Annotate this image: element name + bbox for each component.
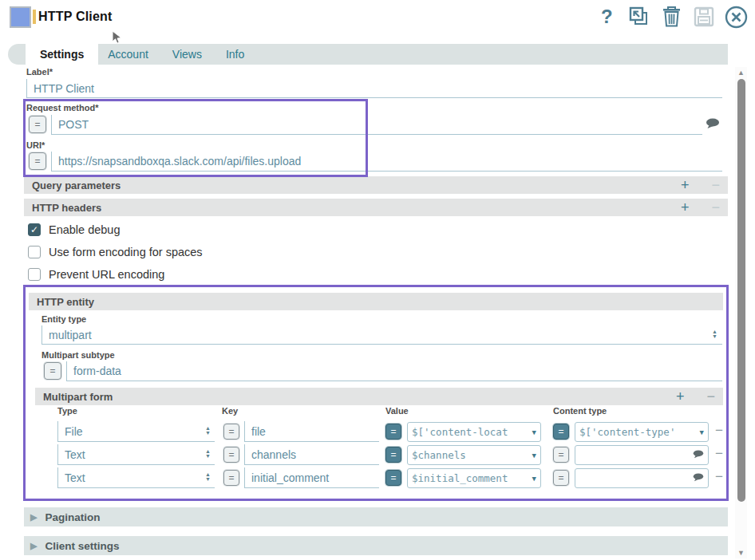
scrollbar-down-icon[interactable]: ▼ bbox=[735, 549, 747, 557]
multipart-subtype-expression-toggle[interactable]: = bbox=[44, 362, 61, 380]
section-query-parameters[interactable]: Query parameters + − bbox=[24, 176, 728, 194]
comment-bubble-icon[interactable] bbox=[706, 118, 720, 132]
entity-type-select[interactable]: multipart ▲▼ bbox=[42, 325, 722, 345]
client-settings-expand-icon[interactable]: ▶ bbox=[30, 541, 37, 551]
close-icon[interactable] bbox=[725, 6, 748, 32]
row3-remove-button[interactable]: − bbox=[715, 471, 723, 483]
checkbox-unchecked-icon[interactable] bbox=[28, 246, 41, 258]
add-multipart-row-button[interactable]: + bbox=[676, 388, 685, 405]
scrollbar[interactable]: ▲ ▼ bbox=[735, 67, 747, 558]
multipart-subtype-input[interactable]: form-data bbox=[66, 361, 722, 381]
row2-key-input[interactable]: channels bbox=[244, 444, 379, 465]
row1-value-input[interactable]: $['content-locat ▼ bbox=[407, 422, 541, 442]
section-multipart-form[interactable]: Multipart form + − bbox=[35, 388, 723, 405]
row3-content-type-input[interactable] bbox=[575, 468, 709, 488]
tab-settings[interactable]: Settings bbox=[26, 44, 98, 65]
checkbox-unchecked-icon[interactable] bbox=[28, 268, 41, 281]
entity-type-value: multipart bbox=[49, 329, 92, 341]
label-input[interactable]: HTTP Client bbox=[26, 79, 722, 98]
snap-icon bbox=[10, 6, 31, 28]
section-client-settings-title: Client settings bbox=[45, 540, 119, 552]
section-query-parameters-title: Query parameters bbox=[32, 179, 121, 191]
row1-content-type-input[interactable]: $['content-type' ▼ bbox=[575, 422, 709, 442]
request-method-label: Request method* bbox=[26, 103, 98, 112]
row2-value-input[interactable]: $channels ▼ bbox=[407, 445, 541, 465]
snap-icon-connector bbox=[33, 10, 36, 24]
uri-input[interactable]: https://snapsandboxqa.slack.com/api/file… bbox=[51, 152, 722, 172]
mouse-cursor bbox=[112, 30, 123, 48]
tab-account[interactable]: Account bbox=[108, 48, 148, 61]
row2-type-select[interactable]: Text ▲▼ bbox=[57, 444, 215, 465]
row1-remove-button[interactable]: − bbox=[715, 424, 723, 437]
checkbox-form-encoding-label: Use form encoding for spaces bbox=[49, 246, 203, 258]
entity-type-label: Entity type bbox=[42, 314, 86, 324]
request-method-expression-toggle[interactable]: = bbox=[29, 116, 46, 133]
row3-value-expression-toggle[interactable]: = bbox=[385, 470, 401, 486]
section-http-headers-title: HTTP headers bbox=[32, 202, 101, 214]
pagination-expand-icon[interactable]: ▶ bbox=[30, 512, 37, 523]
section-pagination[interactable]: ▶ Pagination bbox=[24, 507, 728, 526]
tab-info[interactable]: Info bbox=[226, 48, 244, 61]
column-header-content-type: Content type bbox=[553, 406, 607, 416]
row1-type-spinner-icon[interactable]: ▲▼ bbox=[205, 426, 211, 436]
section-pagination-title: Pagination bbox=[45, 511, 100, 523]
checkbox-form-encoding[interactable]: Use form encoding for spaces bbox=[28, 246, 203, 258]
save-icon[interactable] bbox=[694, 6, 714, 30]
remove-query-parameter-button[interactable]: − bbox=[711, 177, 720, 194]
row2-key-expression-toggle[interactable]: = bbox=[223, 447, 239, 463]
row1-value-expression-toggle[interactable]: = bbox=[385, 424, 401, 440]
row1-key-input[interactable]: file bbox=[244, 421, 379, 442]
row2-ct-comment-bubble-icon[interactable] bbox=[693, 449, 704, 461]
section-http-headers[interactable]: HTTP headers + − bbox=[24, 199, 728, 216]
section-multipart-form-title: Multipart form bbox=[43, 391, 113, 403]
section-http-entity-title: HTTP entity bbox=[37, 296, 94, 308]
export-icon[interactable] bbox=[629, 6, 650, 30]
row3-type-select[interactable]: Text ▲▼ bbox=[57, 467, 215, 488]
label-field-label: Label* bbox=[26, 67, 53, 77]
tab-views[interactable]: Views bbox=[172, 48, 202, 61]
row3-value-dropdown-icon[interactable]: ▼ bbox=[532, 475, 536, 483]
uri-label: URI* bbox=[26, 140, 45, 150]
row2-value-dropdown-icon[interactable]: ▼ bbox=[532, 452, 536, 459]
row1-key-expression-toggle[interactable]: = bbox=[223, 424, 239, 440]
checkbox-enable-debug-label: Enable debug bbox=[49, 223, 121, 236]
dialog-title: HTTP Client bbox=[38, 10, 113, 24]
column-header-key: Key bbox=[222, 406, 238, 416]
add-http-header-button[interactable]: + bbox=[681, 199, 690, 216]
row3-key-input[interactable]: initial_comment bbox=[244, 467, 379, 488]
section-client-settings[interactable]: ▶ Client settings bbox=[24, 536, 728, 555]
row1-ct-expression-toggle[interactable]: = bbox=[553, 424, 569, 440]
row2-content-type-input[interactable] bbox=[575, 445, 709, 465]
help-icon[interactable]: ? bbox=[601, 7, 613, 26]
row3-key-expression-toggle[interactable]: = bbox=[223, 470, 239, 486]
row2-value-expression-toggle[interactable]: = bbox=[385, 447, 401, 463]
column-header-value: Value bbox=[385, 406, 409, 416]
row3-type-spinner-icon[interactable]: ▲▼ bbox=[205, 472, 211, 482]
checkbox-enable-debug[interactable]: ✓ Enable debug bbox=[28, 223, 121, 236]
entity-type-spinner-icon[interactable]: ▲▼ bbox=[712, 329, 717, 339]
column-header-type: Type bbox=[57, 406, 77, 416]
row2-ct-expression-toggle[interactable]: = bbox=[553, 447, 569, 463]
row2-remove-button[interactable]: − bbox=[715, 448, 723, 460]
row3-ct-expression-toggle[interactable]: = bbox=[553, 470, 569, 486]
checkbox-prevent-url-encoding[interactable]: Prevent URL encoding bbox=[28, 268, 164, 281]
row1-ct-dropdown-icon[interactable]: ▼ bbox=[700, 428, 704, 436]
row3-ct-comment-bubble-icon[interactable] bbox=[693, 472, 704, 484]
checkbox-checked-icon[interactable]: ✓ bbox=[28, 223, 41, 236]
delete-icon[interactable] bbox=[662, 6, 682, 30]
remove-multipart-row-button[interactable]: − bbox=[706, 388, 715, 405]
add-query-parameter-button[interactable]: + bbox=[681, 177, 690, 194]
checkbox-prevent-url-encoding-label: Prevent URL encoding bbox=[49, 268, 164, 281]
row3-value-input[interactable]: $initial_comment ▼ bbox=[407, 468, 541, 488]
request-method-input[interactable]: POST bbox=[51, 115, 702, 135]
multipart-subtype-label: Multipart subtype bbox=[42, 350, 115, 360]
uri-expression-toggle[interactable]: = bbox=[29, 152, 46, 170]
row2-type-spinner-icon[interactable]: ▲▼ bbox=[205, 449, 211, 459]
section-http-entity[interactable]: HTTP entity bbox=[29, 293, 723, 310]
scrollbar-up-icon[interactable]: ▲ bbox=[735, 69, 747, 77]
remove-http-header-button[interactable]: − bbox=[711, 199, 720, 216]
scrollbar-thumb[interactable] bbox=[737, 79, 745, 502]
tab-bar-cap bbox=[8, 44, 26, 65]
row1-value-dropdown-icon[interactable]: ▼ bbox=[532, 428, 536, 436]
row1-type-select[interactable]: File ▲▼ bbox=[57, 421, 215, 442]
